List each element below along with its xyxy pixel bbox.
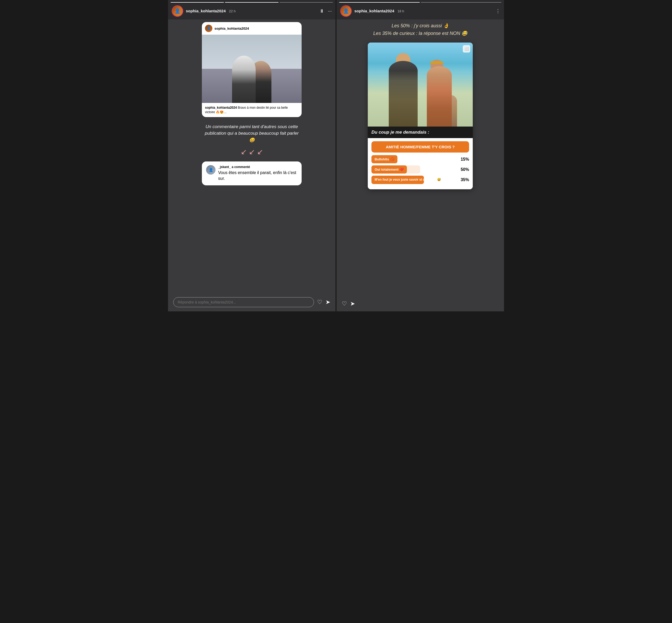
comment-action: a commenté	[232, 165, 250, 169]
inner-post-caption-bar: Du coup je me demandais :	[368, 126, 473, 138]
inner-post-card: ⬜ Du coup je me demandais : AMITIÉ HOMME…	[368, 42, 473, 189]
stories-container: 👤 sophia_kohlanta2024 22 h ⏸ ··· 👤 sophi…	[168, 0, 504, 312]
header-actions-story2: ⋮	[496, 8, 500, 14]
poll-option-3: M'en fout je veux juste savoir si c'est …	[371, 176, 469, 184]
time-ago-story1: 22 h	[229, 9, 236, 13]
story2-top-text: Les 50% : j'y crois aussi 👌 Les 35% de c…	[373, 22, 467, 37]
comment-text: Vous êtes ensemble il parait, enfin là c…	[218, 170, 298, 182]
avatar-story2: 👤	[340, 5, 352, 17]
time-ago-story2: 18 h	[397, 9, 404, 13]
more-icon-story1[interactable]: ···	[328, 8, 332, 14]
story1-body: 👤 sophia_kohlanta2024 sophia_kohlanta202…	[168, 20, 335, 293]
repost-caption: sophia_kohlanta2024 Bravo à mon destin l…	[202, 103, 302, 117]
story1-text: Un commentaire parmi tant d'autres sous …	[205, 123, 299, 144]
arrow-2: ↙	[249, 148, 255, 156]
poll-option-btn-3[interactable]: M'en fout je veux juste savoir si c'est …	[371, 176, 424, 184]
like-icon-story2[interactable]: ♡	[342, 300, 347, 307]
story2-header: 👤 sophia_kohlanta2024 18 h ⋮	[337, 0, 504, 20]
poll-percent-3: 35%	[458, 177, 469, 182]
poll-container: AMITIÉ HOMME/FEMME T'Y CROIS ? Bullshits…	[368, 138, 473, 189]
pause-icon-story1[interactable]: ⏸	[319, 8, 324, 14]
caption-bar-text: Du coup je me demandais :	[371, 130, 469, 135]
send-icon-story1[interactable]: ➤	[326, 299, 330, 305]
repost-card-header: 👤 sophia_kohlanta2024	[202, 22, 302, 35]
commenter-name: _jskant_	[218, 165, 231, 169]
comment-user: _jskant_ a commenté	[218, 165, 298, 169]
arrow-group: ↙ ↙ ↙	[241, 148, 263, 156]
avatar-story1: 👤	[172, 5, 183, 17]
poll-option-btn-1[interactable]: Bullshits 🚫	[371, 155, 397, 163]
username-story1: sophia_kohlanta2024	[186, 9, 226, 13]
survivor-person1-body	[389, 61, 418, 126]
more-icon-story2[interactable]: ⋮	[496, 8, 500, 14]
poll-option-btn-2[interactable]: Oui totalement ❤️	[371, 166, 407, 174]
story-panel-1: 👤 sophia_kohlanta2024 22 h ⏸ ··· 👤 sophi…	[168, 0, 335, 312]
story2-footer: ♡ ➤	[337, 296, 504, 312]
story-panel-2: 👤 sophia_kohlanta2024 18 h ⋮ Les 50% : j…	[337, 0, 504, 312]
story2-text-line1: Les 50% : j'y crois aussi 👌	[373, 22, 467, 30]
person-man	[232, 56, 256, 103]
header-actions-story1: ⏸ ···	[319, 8, 332, 14]
poll-question[interactable]: AMITIÉ HOMME/FEMME T'Y CROIS ?	[371, 141, 469, 153]
comment-content: _jskant_ a commenté Vous êtes ensemble i…	[218, 165, 298, 182]
story1-footer: ♡ ➤	[168, 293, 335, 312]
arrow-1: ↙	[241, 148, 247, 156]
header-info-story2: sophia_kohlanta2024 18 h	[355, 9, 493, 13]
header-info-story1: sophia_kohlanta2024 22 h	[186, 9, 317, 13]
couple-figures	[212, 48, 292, 103]
repost-image	[202, 35, 302, 103]
story2-text-line2: Les 35% de curieux : la réponse est NON …	[373, 30, 467, 37]
send-icon-story2[interactable]: ➤	[350, 300, 355, 307]
comment-card: 👤 _jskant_ a commenté Vous êtes ensemble…	[202, 161, 302, 185]
repost-username: sophia_kohlanta2024	[214, 27, 249, 30]
repost-card: 👤 sophia_kohlanta2024 sophia_kohlanta202…	[202, 22, 302, 117]
repost-caption-username: sophia_kohlanta2024	[205, 106, 237, 110]
survivor-person2-body	[427, 66, 452, 126]
username-story2: sophia_kohlanta2024	[355, 9, 394, 13]
arrow-3: ↙	[257, 148, 263, 156]
reply-input[interactable]	[173, 297, 314, 307]
corner-icon: ⬜	[464, 47, 469, 51]
survivor-people	[368, 55, 473, 126]
story1-header: 👤 sophia_kohlanta2024 22 h ⏸ ···	[168, 0, 335, 20]
commenter-avatar: 👤	[206, 165, 215, 175]
inner-post-image: ⬜	[368, 42, 473, 126]
avatar-image-story1: 👤	[172, 6, 183, 16]
poll-option-2: Oui totalement ❤️ 50%	[371, 166, 469, 174]
poll-option-1: Bullshits 🚫 15%	[371, 155, 469, 163]
headband	[430, 61, 444, 63]
like-icon-story1[interactable]: ♡	[317, 299, 322, 305]
repost-avatar: 👤	[205, 25, 212, 32]
story2-body: Les 50% : j'y crois aussi 👌 Les 35% de c…	[337, 20, 504, 296]
poll-percent-2: 50%	[458, 167, 469, 172]
poll-percent-1: 15%	[458, 157, 469, 162]
avatar-image-story2: 👤	[341, 6, 351, 16]
inner-post-corner-btn[interactable]: ⬜	[463, 45, 470, 53]
